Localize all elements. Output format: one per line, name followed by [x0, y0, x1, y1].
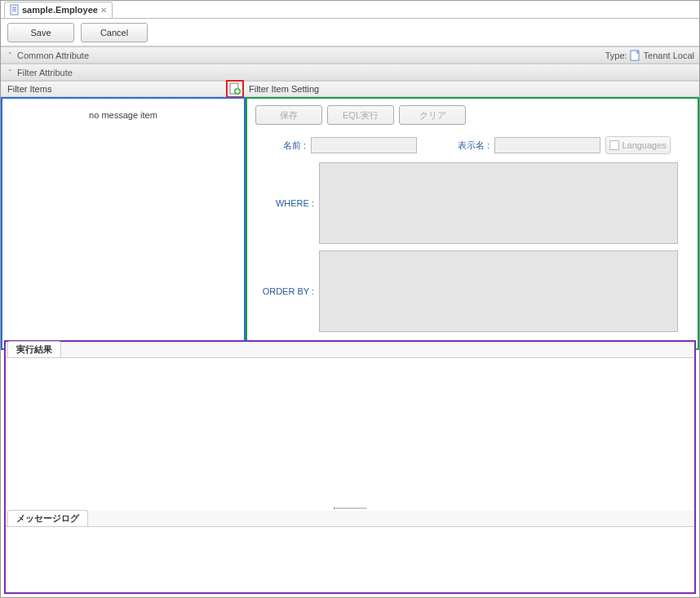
editor-tab[interactable]: sample.Employee ✕ [4, 2, 113, 18]
filter-items-header: Filter Items [1, 81, 246, 97]
filter-items-body: no message item [1, 97, 246, 350]
close-icon[interactable]: ✕ [100, 6, 107, 15]
display-name-label: 表示名 : [458, 140, 490, 152]
display-name-input[interactable] [494, 137, 600, 153]
no-items-message: no message item [89, 110, 157, 348]
svg-rect-2 [12, 9, 16, 10]
filter-setting-body: 保存 EQL実行 クリア 名前 : 表示名 : Languages [246, 97, 699, 350]
languages-icon [609, 140, 619, 150]
filter-attr-header[interactable]: ˅ Filter Attribute [1, 64, 699, 81]
where-row: WHERE : [255, 162, 689, 244]
orderby-label: ORDER BY : [255, 286, 314, 296]
tab-bar: sample.Employee ✕ [1, 1, 699, 19]
filter-setting-panel: 保存 EQL実行 クリア 名前 : 表示名 : Languages [246, 97, 699, 350]
results-tabbar: 実行結果 [6, 342, 694, 358]
add-filter-item-button[interactable] [226, 80, 244, 98]
languages-label: Languages [622, 140, 666, 150]
common-attr-label: Common Attribute [17, 51, 89, 60]
where-label: WHERE : [255, 198, 314, 208]
setting-save-button[interactable]: 保存 [255, 105, 322, 125]
type-label: Type: [605, 51, 627, 60]
svg-rect-1 [12, 7, 16, 8]
message-log-panel: メッセージログ [6, 511, 694, 592]
svg-rect-8 [236, 91, 240, 92]
editor-root: sample.Employee ✕ Save Cancel ˄ Common A… [0, 0, 700, 598]
filter-split: no message item 保存 EQL実行 クリア 名前 : 表示名 : [1, 97, 699, 350]
filter-items-panel: no message item [1, 97, 246, 350]
chevron-up-icon: ˄ [6, 51, 14, 60]
orderby-input[interactable] [319, 250, 678, 332]
message-log-tabbar: メッセージログ [6, 511, 694, 527]
filter-attr-label: Filter Attribute [17, 68, 73, 78]
message-log-body [6, 527, 694, 592]
svg-rect-3 [12, 11, 16, 11]
type-value: Tenant Local [644, 51, 694, 60]
languages-button[interactable]: Languages [605, 136, 671, 154]
cancel-button[interactable]: Cancel [81, 23, 148, 42]
name-label: 名前 : [255, 140, 306, 152]
orderby-row: ORDER BY : [255, 250, 689, 332]
setting-clear-button[interactable]: クリア [399, 105, 466, 125]
setting-toolbar: 保存 EQL実行 クリア [255, 105, 689, 125]
filter-items-title: Filter Items [4, 84, 226, 94]
file-icon [10, 4, 20, 16]
save-button[interactable]: Save [7, 23, 74, 42]
results-tab[interactable]: 実行結果 [7, 341, 61, 357]
chevron-down-icon: ˅ [6, 69, 14, 77]
add-page-icon [228, 82, 241, 95]
message-log-tab[interactable]: メッセージログ [7, 510, 88, 526]
toolbar: Save Cancel [1, 19, 699, 47]
name-row: 名前 : 表示名 : Languages [255, 136, 689, 154]
tenant-icon [630, 50, 641, 61]
where-input[interactable] [319, 162, 678, 244]
tab-title: sample.Employee [22, 5, 98, 15]
common-attr-header[interactable]: ˄ Common Attribute Type: Tenant Local [1, 47, 699, 64]
filter-setting-title: Filter Item Setting [249, 84, 319, 94]
setting-eql-button[interactable]: EQL実行 [327, 105, 394, 125]
results-region: 実行結果 メッセージログ [4, 340, 696, 594]
results-body [6, 358, 694, 506]
name-input[interactable] [311, 137, 417, 153]
filter-setting-header: Filter Item Setting [246, 81, 699, 97]
